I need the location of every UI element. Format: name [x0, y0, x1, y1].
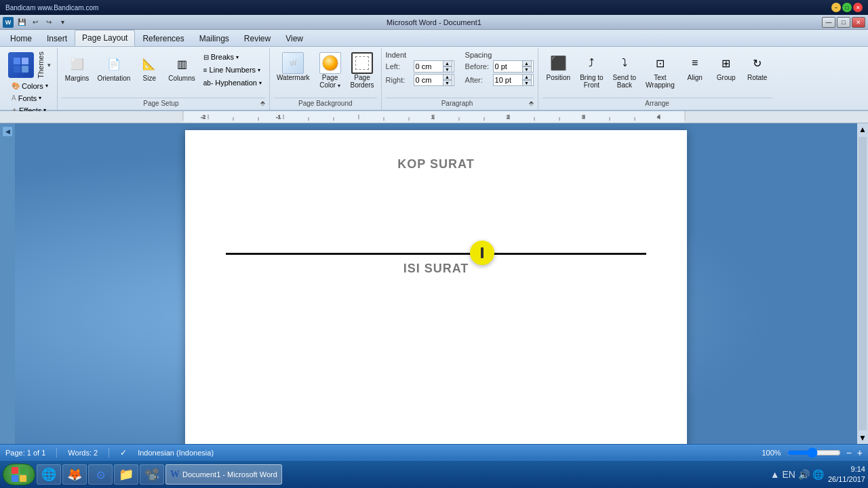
size-btn[interactable]: 📐 Size — [135, 51, 163, 84]
taskbar-explorer[interactable]: 📁 — [114, 464, 138, 485]
fonts-btn[interactable]: A Fonts ▾ — [8, 92, 45, 104]
bring-to-front-btn[interactable]: ⤴ Bring toFront — [576, 51, 607, 90]
left-spin-down[interactable]: ▼ — [443, 66, 452, 73]
taskbar: 🌐 🦊 ⊙ 📁 📽️ W Document1 - Microsoft Word … — [0, 461, 868, 488]
group-btn[interactable]: ⊞ Group — [711, 51, 741, 83]
arrange-group: ⬛ Position ⤴ Bring toFront ⤵ Send toBack… — [538, 48, 776, 110]
taskbar-media[interactable]: 📽️ — [140, 464, 164, 485]
svg-text:4: 4 — [657, 114, 660, 120]
text-wrapping-btn[interactable]: ⊡ TextWrapping — [642, 51, 679, 90]
scroll-top-btn[interactable]: ▲ — [857, 123, 868, 136]
hyphenation-btn[interactable]: ab- Hyphenation ▾ — [200, 77, 265, 89]
before-input[interactable]: 0 pt ▲ ▼ — [493, 60, 534, 73]
scroll-up-btn[interactable]: ◀ — [2, 126, 13, 137]
page-content[interactable]: KOP SURAT ISI SURAT — [185, 130, 687, 444]
right-scrollbar[interactable]: ▲ ▼ — [857, 123, 868, 444]
close-btn[interactable]: ✕ — [852, 17, 865, 28]
rotate-btn[interactable]: ↻ Rotate — [743, 51, 772, 83]
tab-references[interactable]: References — [135, 30, 191, 46]
page-setup-expand[interactable]: ⬘ — [260, 100, 265, 106]
page-borders-btn[interactable]: PageBorders — [348, 51, 377, 90]
bandicam-close[interactable]: ✕ — [853, 3, 863, 12]
paragraph-expand[interactable]: ⬘ — [529, 100, 534, 106]
left-input[interactable]: 0 cm ▲ ▼ — [414, 60, 454, 73]
tray-lang[interactable]: EN — [782, 469, 795, 480]
clock-date: 26/11/2017 — [828, 474, 865, 485]
start-button[interactable] — [3, 464, 35, 485]
after-spin-up[interactable]: ▲ — [522, 74, 532, 80]
breaks-btn[interactable]: ⊟ Breaks ▾ — [200, 51, 265, 63]
taskbar-chrome[interactable]: ⊙ — [88, 464, 113, 485]
dropdown-btn[interactable]: ▾ — [56, 17, 68, 28]
page: KOP SURAT ISI SURAT — [185, 130, 687, 444]
after-spin-down[interactable]: ▼ — [522, 80, 532, 86]
themes-dropdown[interactable]: ▾ — [47, 62, 51, 68]
before-spin-up[interactable]: ▲ — [522, 60, 532, 66]
zoom-slider[interactable] — [787, 447, 841, 458]
title-bar: W 💾 ↩ ↪ ▾ Microsoft Word - Document1 — □… — [0, 15, 868, 30]
line-numbers-btn[interactable]: ≡ Line Numbers ▾ — [200, 64, 265, 76]
taskbar-ie[interactable]: 🌐 — [37, 464, 61, 485]
right-spin-up[interactable]: ▲ — [443, 74, 452, 80]
word-taskbar-label: Document1 - Microsoft Word — [182, 470, 277, 479]
page-setup-group: ⬜ Margins 📄 Orientation 📐 Size ▥ Columns — [58, 48, 270, 110]
scroll-bottom-btn[interactable]: ▼ — [857, 432, 868, 444]
bandicam-controls[interactable]: − □ ✕ — [831, 3, 863, 12]
themes-label: Themes — [37, 52, 45, 79]
colors-btn[interactable]: 🎨 Colors ▾ — [8, 80, 52, 92]
taskbar-word[interactable]: W Document1 - Microsoft Word — [165, 464, 282, 485]
page-color-btn[interactable]: PageColor ▾ — [317, 51, 344, 90]
page-setup-label: Page Setup ⬘ — [62, 98, 265, 108]
cursor-line — [481, 247, 484, 258]
cursor-indicator — [470, 241, 494, 265]
send-to-back-btn[interactable]: ⤵ Send toBack — [609, 51, 640, 90]
before-spin-down[interactable]: ▼ — [522, 66, 532, 73]
zoom-in-btn[interactable]: + — [857, 447, 863, 458]
themes-icon[interactable] — [8, 52, 34, 78]
tab-home[interactable]: Home — [3, 30, 39, 46]
bandicam-maximize[interactable]: □ — [842, 3, 852, 12]
tray-network[interactable]: 🌐 — [812, 469, 824, 480]
bandicam-title: Bandicam www.Bandicam.com — [5, 4, 98, 12]
right-spin-down[interactable]: ▼ — [443, 80, 452, 86]
undo-btn[interactable]: ↩ — [29, 17, 41, 28]
zoom-out-btn[interactable]: − — [846, 447, 852, 458]
redo-btn[interactable]: ↪ — [43, 17, 55, 28]
isi-surat-text: ISI SURAT — [226, 262, 646, 276]
orientation-btn[interactable]: 📄 Orientation — [94, 51, 134, 84]
clock: 9:14 26/11/2017 — [828, 464, 865, 485]
ruler-svg: -2 -1 1 2 3 4 — [0, 111, 868, 123]
word-icon: W — [3, 17, 14, 28]
ie-icon: 🌐 — [41, 467, 56, 482]
horizontal-rule — [226, 253, 646, 255]
scroll-track[interactable] — [859, 137, 867, 430]
left-spin-up[interactable]: ▲ — [443, 60, 452, 66]
tab-mailings[interactable]: Mailings — [192, 30, 237, 46]
columns-btn[interactable]: ▥ Columns — [165, 51, 198, 84]
right-label: Right: — [386, 76, 412, 84]
document-area[interactable]: KOP SURAT ISI SURAT — [15, 123, 857, 444]
margins-btn[interactable]: ⬜ Margins — [62, 51, 93, 84]
maximize-btn[interactable]: □ — [837, 17, 850, 28]
tab-review[interactable]: Review — [237, 30, 278, 46]
right-input[interactable]: 0 cm ▲ ▼ — [414, 74, 454, 86]
after-input[interactable]: 10 pt ▲ ▼ — [493, 74, 534, 86]
tray-up-arrow[interactable]: ▲ — [770, 469, 780, 480]
taskbar-firefox[interactable]: 🦊 — [62, 464, 87, 485]
tab-page-layout[interactable]: Page Layout — [75, 30, 135, 46]
minimize-btn[interactable]: — — [822, 17, 835, 28]
left-panel: ◀ — [0, 123, 15, 444]
watermark-btn[interactable]: W Watermark — [274, 51, 313, 83]
ribbon-tabs[interactable]: Home Insert Page Layout References Maili… — [0, 30, 868, 47]
save-btn[interactable]: 💾 — [16, 17, 28, 28]
align-btn[interactable]: ≡ Align — [680, 51, 710, 83]
quick-access-toolbar[interactable]: 💾 ↩ ↪ ▾ — [16, 17, 68, 28]
tray-volume[interactable]: 🔊 — [798, 469, 810, 480]
position-btn[interactable]: ⬛ Position — [542, 51, 575, 83]
window-controls[interactable]: — □ ✕ — [822, 17, 865, 28]
tab-view[interactable]: View — [278, 30, 311, 46]
bandicam-minimize[interactable]: − — [831, 3, 841, 12]
spell-check-icon[interactable]: ✓ — [120, 448, 127, 458]
tab-insert[interactable]: Insert — [39, 30, 75, 46]
tray-icons[interactable]: ▲ EN 🔊 🌐 — [770, 469, 824, 480]
